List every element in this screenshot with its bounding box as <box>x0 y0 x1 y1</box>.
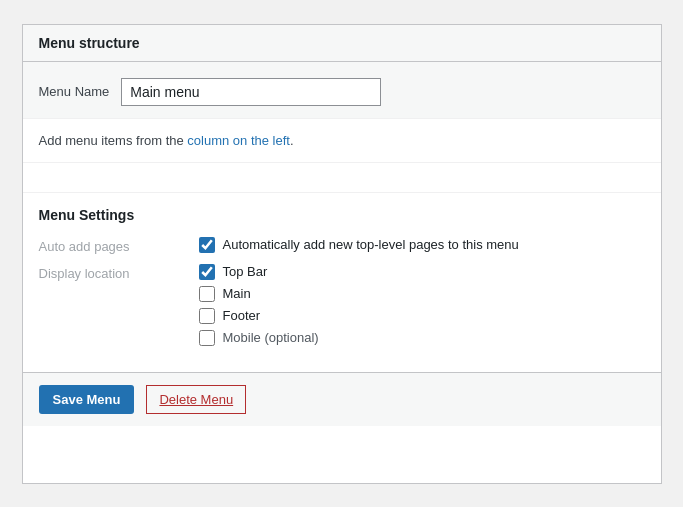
display-location-label: Display location <box>39 264 199 281</box>
menu-name-label: Menu Name <box>39 84 110 99</box>
display-location-content: Top Bar Main Footer Mobile (optional) <box>199 264 319 346</box>
location-main-row: Main <box>199 286 319 302</box>
settings-title: Menu Settings <box>39 207 645 223</box>
location-main-label[interactable]: Main <box>223 286 251 301</box>
auto-add-content: Automatically add new top-level pages to… <box>199 237 519 253</box>
location-footer-checkbox[interactable] <box>199 308 215 324</box>
spacer <box>23 163 661 193</box>
auto-add-checkbox-row: Automatically add new top-level pages to… <box>199 237 519 253</box>
menu-name-input[interactable] <box>121 78 381 106</box>
menu-settings-section: Menu Settings Auto add pages Automatical… <box>23 193 661 373</box>
location-topbar-label[interactable]: Top Bar <box>223 264 268 279</box>
save-menu-button[interactable]: Save Menu <box>39 385 135 414</box>
location-topbar-checkbox[interactable] <box>199 264 215 280</box>
location-footer-label[interactable]: Footer <box>223 308 261 323</box>
auto-add-checkbox-label[interactable]: Automatically add new top-level pages to… <box>223 237 519 252</box>
location-topbar-row: Top Bar <box>199 264 319 280</box>
panel-title: Menu structure <box>39 35 645 51</box>
display-location-row: Display location Top Bar Main Footer Mob… <box>39 264 645 346</box>
panel-header: Menu structure <box>23 25 661 62</box>
footer-section: Save Menu Delete Menu <box>23 373 661 426</box>
add-items-text: Add menu items from the column on the le… <box>39 133 645 148</box>
add-items-link[interactable]: column on the left <box>187 133 290 148</box>
add-items-notice: Add menu items from the column on the le… <box>23 119 661 163</box>
auto-add-row: Auto add pages Automatically add new top… <box>39 237 645 254</box>
location-mobile-row: Mobile (optional) <box>199 330 319 346</box>
menu-name-section: Menu Name <box>23 62 661 119</box>
delete-menu-button[interactable]: Delete Menu <box>146 385 246 414</box>
location-mobile-label[interactable]: Mobile (optional) <box>223 330 319 345</box>
auto-add-checkbox[interactable] <box>199 237 215 253</box>
location-mobile-checkbox[interactable] <box>199 330 215 346</box>
location-footer-row: Footer <box>199 308 319 324</box>
location-main-checkbox[interactable] <box>199 286 215 302</box>
menu-structure-panel: Menu structure Menu Name Add menu items … <box>22 24 662 484</box>
auto-add-label: Auto add pages <box>39 237 199 254</box>
